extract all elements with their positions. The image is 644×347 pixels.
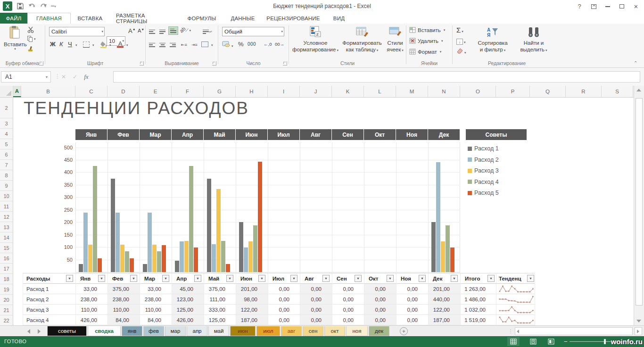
column-header-L[interactable]: L — [364, 86, 396, 97]
vertical-scrollbar[interactable] — [634, 86, 644, 325]
column-header-E[interactable]: E — [140, 86, 172, 97]
filter-total[interactable]: ▼ — [487, 275, 495, 282]
copy-button[interactable]: ▾ — [27, 36, 36, 42]
bar-Расход3-Фев[interactable] — [120, 245, 124, 272]
borders-icon[interactable] — [83, 41, 90, 48]
row-header-21[interactable]: 21 — [0, 305, 13, 315]
enter-icon[interactable]: ✓ — [73, 74, 77, 80]
filter-Июл[interactable]: ▼ — [290, 275, 297, 282]
fill-color-dropdown-icon[interactable]: ▾ — [109, 43, 111, 47]
sheet-tab-ноя[interactable]: ноя — [346, 326, 368, 336]
cell-styles-dropdown-icon[interactable]: ▾ — [402, 49, 404, 52]
row-header-13[interactable]: 13 — [0, 222, 13, 232]
bar-Расход2-Дек[interactable] — [436, 162, 440, 272]
zoom-out-icon[interactable]: − — [564, 338, 568, 345]
bar-Расход5-Июн[interactable] — [258, 162, 262, 272]
fill-dropdown-icon[interactable]: ▾ — [464, 41, 466, 44]
number-dialog-launcher[interactable] — [283, 61, 287, 66]
bar-Расход1-Май[interactable] — [207, 179, 211, 272]
sheet-tab-фев[interactable]: фев — [143, 326, 164, 336]
row-header-7[interactable]: 7 — [0, 160, 13, 170]
ribbon-tab-вставка[interactable]: ВСТАВКА — [71, 13, 109, 24]
row-header-11[interactable]: 11 — [0, 201, 13, 212]
format-table-dropdown-icon[interactable]: ▾ — [377, 49, 379, 52]
increase-decimal-button[interactable]: ←,0 — [264, 41, 272, 47]
align-center-button[interactable] — [158, 41, 167, 49]
column-header-D[interactable]: D — [107, 86, 140, 97]
cell-styles-button[interactable]: Стилиячеек▾ — [385, 25, 405, 53]
sheet-tab-июл[interactable]: июл — [256, 326, 280, 336]
column-header-Q[interactable]: Q — [530, 86, 566, 97]
bar-Расход1-Июн[interactable] — [239, 222, 243, 272]
bar-Расход2-Июн[interactable] — [244, 248, 248, 272]
bar-Расход4-Дек[interactable] — [446, 225, 450, 272]
name-box[interactable]: A1▾ — [1, 71, 51, 83]
shrink-font-button[interactable]: А▼ — [138, 28, 144, 33]
decrease-decimal-button[interactable]: 00→ — [275, 41, 284, 47]
filter-Ноя[interactable]: ▼ — [419, 275, 426, 282]
sort-filter-button[interactable]: АЯ Сортировкаи фильтр▾ — [472, 26, 513, 53]
fill-color-button[interactable] — [100, 41, 107, 50]
restore-icon[interactable] — [616, 1, 628, 12]
sheet-tab-сен[interactable]: сен — [303, 326, 323, 336]
row-header-18[interactable]: 18 — [0, 274, 13, 284]
sheet-nav-left-icon[interactable] — [27, 329, 30, 334]
bar-Расход2-Май[interactable] — [212, 244, 216, 272]
horizontal-scroll-thumb[interactable] — [522, 329, 631, 334]
format-painter-button[interactable] — [27, 46, 34, 54]
bar-Расход1-Мар[interactable] — [143, 264, 147, 272]
merge-center-icon[interactable] — [201, 41, 208, 47]
bar-Расход1-Дек[interactable] — [431, 222, 436, 272]
sort-filter-dropdown-icon[interactable]: ▾ — [504, 49, 506, 52]
scroll-down-icon[interactable] — [636, 320, 641, 322]
horizontal-scrollbar[interactable] — [515, 327, 633, 335]
italic-button[interactable]: К — [59, 41, 63, 48]
hscroll-right-button[interactable] — [635, 327, 642, 335]
filter-Сен[interactable]: ▼ — [355, 275, 362, 282]
close-icon[interactable]: × — [630, 1, 642, 12]
format-dropdown-icon[interactable]: ▾ — [440, 50, 442, 54]
format-cells-button[interactable]: Формат▾ — [409, 49, 441, 55]
column-header-J[interactable]: J — [300, 86, 332, 97]
scroll-up-icon[interactable] — [636, 89, 641, 91]
decrease-indent-button[interactable]: ⇤≡ — [180, 41, 189, 49]
bar-Расход4-Апр[interactable] — [189, 166, 193, 272]
collapse-ribbon-icon[interactable]: ⌃ — [634, 60, 637, 66]
row-header-16[interactable]: 16 — [0, 253, 13, 264]
bar-Расход3-Июн[interactable] — [248, 241, 253, 272]
column-header-H[interactable]: H — [236, 86, 268, 97]
cut-button[interactable] — [27, 26, 34, 35]
select-all-corner[interactable] — [0, 86, 13, 97]
vertical-scroll-thumb[interactable] — [636, 98, 643, 306]
page-break-view-icon[interactable] — [545, 337, 557, 346]
insert-function-icon[interactable]: fx — [84, 73, 88, 81]
new-sheet-button[interactable]: + — [400, 327, 408, 335]
bar-Расход2-Апр[interactable] — [180, 241, 184, 272]
delete-dropdown-icon[interactable]: ▾ — [441, 39, 443, 43]
orientation-button[interactable]: ab⟋▾ — [180, 27, 191, 33]
filter-Окт[interactable]: ▼ — [387, 275, 394, 282]
bar-Расход3-Май[interactable] — [216, 189, 221, 272]
sheet-nav-right-icon[interactable] — [38, 329, 41, 334]
accounting-dropdown-icon[interactable]: ▾ — [231, 44, 233, 48]
bar-Расход3-Дек[interactable] — [441, 241, 445, 272]
sheet-tab-дек[interactable]: дек — [369, 326, 389, 336]
bar-Расход4-Янв[interactable] — [93, 166, 97, 272]
filter-trend[interactable]: ▼ — [527, 275, 534, 282]
sheet-tab-июн[interactable]: июн — [230, 326, 256, 336]
clear-dropdown-icon[interactable]: ▾ — [464, 51, 466, 54]
column-header-B[interactable]: B — [21, 86, 75, 97]
insert-cells-button[interactable]: Вставить▾ — [409, 27, 445, 33]
underline-button[interactable]: Ч — [68, 41, 72, 48]
ribbon-tab-данные[interactable]: ДАННЫЕ — [223, 13, 262, 24]
filter-Дек[interactable]: ▼ — [451, 275, 458, 282]
bar-Расход4-Май[interactable] — [221, 241, 225, 272]
font-dialog-launcher[interactable] — [140, 61, 144, 66]
ribbon-display-icon[interactable] — [587, 1, 600, 12]
help-icon[interactable]: ? — [573, 1, 586, 12]
bar-Расход3-Апр[interactable] — [184, 241, 189, 272]
ribbon-tab-разметка страницы[interactable]: РАЗМЕТКА СТРАНИЦЫ — [109, 13, 180, 24]
row-header-4[interactable]: 4 — [0, 129, 13, 139]
copy-dropdown-icon[interactable]: ▾ — [34, 37, 36, 41]
delete-cells-button[interactable]: Удалить▾ — [409, 38, 443, 44]
